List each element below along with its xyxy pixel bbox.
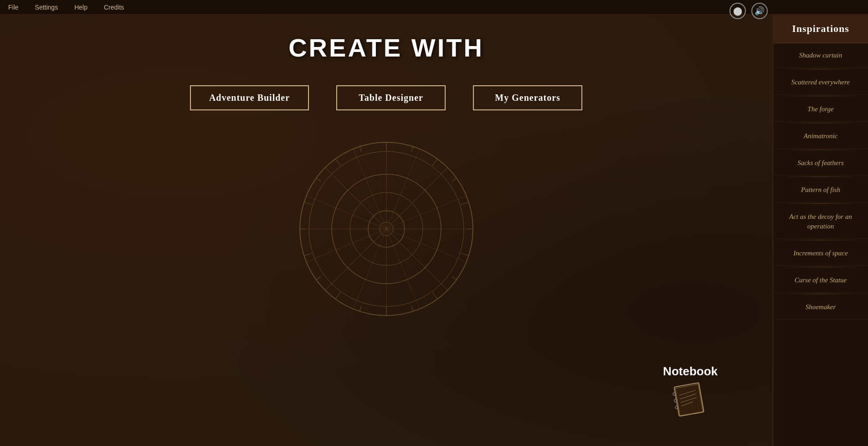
svg-line-22 <box>461 253 468 256</box>
svg-line-17 <box>411 146 413 151</box>
svg-line-32 <box>304 202 312 205</box>
sidebar-divider <box>782 294 859 294</box>
svg-line-20 <box>461 202 468 205</box>
list-item[interactable]: Animatronic <box>773 124 868 149</box>
sidebar-divider <box>782 176 859 177</box>
sidebar-item-text: Curse of the Statue <box>795 276 847 284</box>
buttons-row: Adventure Builder Table Designer My Gene… <box>190 85 582 110</box>
sidebar-header: Inspirations <box>773 15 868 43</box>
svg-line-24 <box>432 292 437 299</box>
sidebar-divider <box>782 203 859 204</box>
menu-settings[interactable]: Settings <box>32 2 61 13</box>
sidebar-divider <box>782 69 859 69</box>
notebook-label: Notebook <box>663 364 718 379</box>
top-icons: ⬤ 🔊 <box>729 3 768 19</box>
content-area: CREATE WITH Adventure Builder Table Desi… <box>0 15 772 446</box>
svg-line-33 <box>316 178 321 181</box>
list-item[interactable]: Increments of space <box>773 241 868 266</box>
sidebar: Inspirations Shadow curtain Scattered ev… <box>772 15 868 446</box>
sidebar-items-list: Shadow curtain Scattered everywhere The … <box>773 43 868 446</box>
menu-help[interactable]: Help <box>72 2 90 13</box>
sidebar-title: Inspirations <box>792 23 849 34</box>
list-item[interactable]: Act as the decoy for an operation <box>773 205 868 239</box>
sidebar-item-text: Shoemaker <box>806 303 836 311</box>
list-item[interactable]: Curse of the Statue <box>773 268 868 293</box>
svg-line-29 <box>316 277 321 280</box>
svg-line-28 <box>335 292 340 299</box>
sidebar-divider <box>782 150 859 150</box>
page-title: CREATE WITH <box>288 33 484 62</box>
sidebar-item-text: Pattern of fish <box>801 186 840 193</box>
sidebar-item-text: Animatronic <box>804 132 837 140</box>
sidebar-item-text: Increments of space <box>793 249 847 257</box>
main-layout: CREATE WITH Adventure Builder Table Desi… <box>0 15 868 446</box>
sidebar-item-text: The forge <box>807 105 833 113</box>
svg-point-43 <box>674 399 677 402</box>
menu-credits[interactable]: Credits <box>101 2 127 13</box>
list-item[interactable]: Shoemaker <box>773 295 868 320</box>
list-item[interactable]: Scattered everywhere <box>773 70 868 95</box>
svg-point-44 <box>675 406 678 409</box>
svg-line-27 <box>360 306 361 311</box>
sidebar-divider <box>782 123 859 123</box>
sidebar-divider <box>782 96 859 96</box>
sound-toggle-icon[interactable]: 🔊 <box>751 3 768 19</box>
menu-bar: File Settings Help Credits ⬤ 🔊 <box>0 0 868 15</box>
svg-line-23 <box>452 277 457 280</box>
adventure-builder-button[interactable]: Adventure Builder <box>190 85 309 110</box>
theme-toggle-icon[interactable]: ⬤ <box>729 3 746 19</box>
svg-line-35 <box>360 146 361 151</box>
sidebar-divider <box>782 240 859 240</box>
notebook-section[interactable]: Notebook <box>663 364 718 419</box>
sidebar-item-text: Shadow curtain <box>799 52 842 59</box>
sidebar-divider <box>782 267 859 267</box>
decorative-wheel <box>295 138 478 320</box>
svg-line-19 <box>452 178 457 181</box>
sidebar-item-text: Sacks of feathers <box>797 159 844 166</box>
list-item[interactable]: The forge <box>773 97 868 122</box>
menu-file[interactable]: File <box>5 2 21 13</box>
svg-point-42 <box>673 392 676 395</box>
table-designer-button[interactable]: Table Designer <box>336 85 446 110</box>
list-item[interactable]: Shadow curtain <box>773 43 868 68</box>
list-item[interactable]: Pattern of fish <box>773 178 868 202</box>
svg-line-30 <box>304 253 312 256</box>
sidebar-item-text: Act as the decoy for an operation <box>789 213 852 230</box>
notebook-icon <box>672 382 709 419</box>
list-item[interactable]: Sacks of feathers <box>773 151 868 176</box>
my-generators-button[interactable]: My Generators <box>473 85 582 110</box>
svg-line-25 <box>411 306 413 311</box>
svg-line-34 <box>335 159 340 166</box>
svg-line-18 <box>432 159 437 166</box>
sidebar-item-text: Scattered everywhere <box>791 78 850 86</box>
